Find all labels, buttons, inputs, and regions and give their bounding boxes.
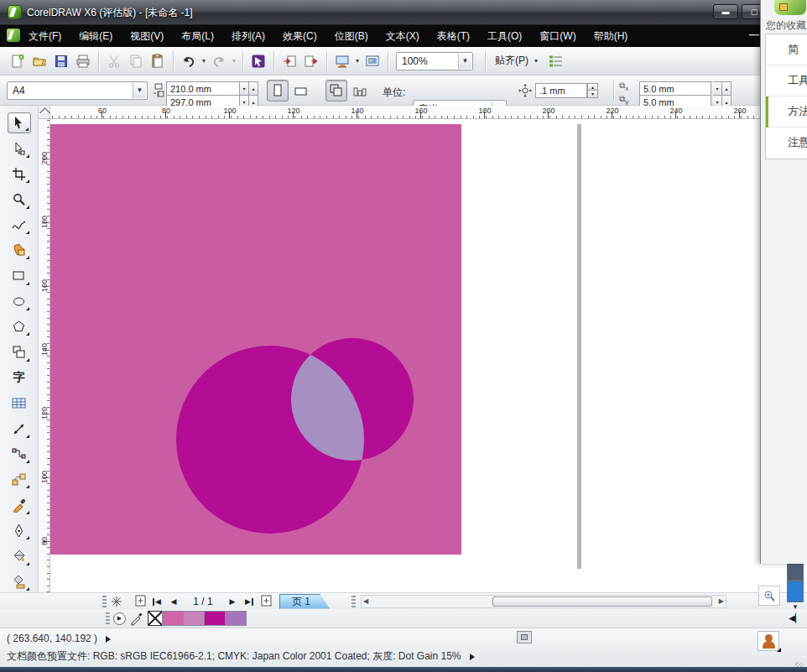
- splitter-handle[interactable]: [351, 596, 356, 607]
- blend-tool[interactable]: [8, 469, 31, 490]
- launcher-dropdown-icon[interactable]: ▾: [353, 57, 362, 65]
- paste-button[interactable]: [147, 50, 169, 72]
- import-button[interactable]: [279, 50, 300, 72]
- smart-fill-tool[interactable]: [8, 240, 31, 261]
- rectangle-tool[interactable]: [8, 265, 31, 286]
- horizontal-ruler[interactable]: 60 80 100 120 140 160 180 200 220 240 26…: [39, 106, 762, 119]
- parallel-dimension-tool[interactable]: [8, 418, 31, 439]
- palette-swatch[interactable]: [204, 611, 226, 626]
- list-item[interactable]: 注意: [766, 128, 807, 159]
- drawing-canvas[interactable]: [50, 119, 762, 592]
- minimize-button[interactable]: ▬: [713, 4, 738, 19]
- display-proof-icon[interactable]: [517, 631, 532, 643]
- undo-dropdown-icon[interactable]: ▾: [200, 57, 208, 65]
- palette-swatch[interactable]: [183, 611, 205, 626]
- color-eyedropper-tool[interactable]: [8, 494, 31, 515]
- export-button[interactable]: [300, 50, 322, 72]
- add-page-after-button[interactable]: [258, 595, 274, 608]
- eyedropper-icon[interactable]: [129, 611, 144, 626]
- color-swatch[interactable]: [787, 581, 804, 602]
- nudge-spinner[interactable]: ▴ ▾: [587, 83, 598, 98]
- menu-text[interactable]: 文本(X): [386, 29, 419, 44]
- nudge-field[interactable]: .1 mm: [535, 83, 587, 98]
- application-launcher-button[interactable]: [331, 50, 353, 72]
- search-content-button[interactable]: [247, 50, 269, 72]
- options-button[interactable]: [545, 50, 567, 72]
- menu-table[interactable]: 表格(T): [437, 29, 470, 44]
- list-item[interactable]: 工具: [766, 65, 807, 96]
- landscape-button[interactable]: [290, 80, 312, 102]
- page-tab[interactable]: 页 1: [279, 594, 330, 609]
- snap-dropdown-icon[interactable]: ▾: [532, 57, 540, 65]
- menu-bitmaps[interactable]: 位图(B): [335, 29, 368, 44]
- palette-expand-icon[interactable]: ◀▏: [785, 612, 805, 624]
- page-size-value: A4: [13, 85, 25, 96]
- quick-customize-icon[interactable]: [110, 595, 123, 608]
- app-icon: [8, 5, 22, 19]
- table-tool[interactable]: [8, 393, 31, 414]
- interactive-fill-tool[interactable]: [8, 571, 31, 592]
- horizontal-scrollbar[interactable]: ◀ ▶: [361, 595, 726, 608]
- flyout-arrow-icon[interactable]: [106, 636, 111, 643]
- snap-to-button[interactable]: 贴齐(P): [495, 54, 528, 68]
- palette-swatch[interactable]: [162, 611, 184, 626]
- document-minimize-icon[interactable]: —: [749, 29, 759, 40]
- palette-swatch[interactable]: [225, 611, 247, 626]
- menu-window[interactable]: 窗口(W): [539, 29, 575, 44]
- vertical-ruler[interactable]: 200 180 160 140 120 100 80: [39, 119, 50, 592]
- drawing: [50, 119, 762, 592]
- ellipse-tool[interactable]: [8, 291, 31, 312]
- welcome-screen-button[interactable]: [362, 50, 383, 72]
- scroll-right-icon[interactable]: ▶: [719, 597, 724, 605]
- print-button[interactable]: [72, 50, 94, 72]
- flyout-arrow-icon[interactable]: [470, 654, 475, 660]
- freehand-tool[interactable]: [8, 215, 31, 236]
- list-item[interactable]: 简: [766, 34, 807, 65]
- open-button[interactable]: [29, 50, 50, 72]
- menu-help[interactable]: 帮助(H): [594, 29, 628, 44]
- pick-tool[interactable]: [8, 112, 31, 133]
- basic-shapes-tool[interactable]: [8, 341, 31, 362]
- page-size-combo[interactable]: A4 ▼: [7, 81, 148, 100]
- zoom-level-combo[interactable]: 100% ▼: [396, 52, 473, 70]
- list-item[interactable]: 方法: [766, 96, 807, 128]
- first-page-button[interactable]: ◀: [148, 597, 165, 606]
- ruler-origin-icon[interactable]: [39, 106, 50, 119]
- menu-effects[interactable]: 效果(C): [283, 29, 317, 44]
- polygon-tool[interactable]: [8, 316, 31, 337]
- all-pages-button[interactable]: [325, 80, 347, 102]
- drag-handle[interactable]: [102, 596, 107, 607]
- menu-layout[interactable]: 布局(L): [181, 29, 214, 44]
- navigator-zoom-icon[interactable]: [758, 586, 780, 606]
- text-tool[interactable]: 字: [8, 367, 31, 388]
- fill-tool[interactable]: [8, 545, 31, 566]
- menu-edit[interactable]: 编辑(E): [79, 29, 112, 44]
- straight-line-connector-tool[interactable]: [8, 444, 31, 465]
- current-page-button[interactable]: [349, 80, 371, 102]
- shape-tool[interactable]: [8, 138, 31, 159]
- add-page-before-button[interactable]: [132, 595, 148, 608]
- save-button[interactable]: [50, 50, 72, 72]
- no-color-swatch[interactable]: [148, 611, 163, 626]
- crop-tool[interactable]: [8, 164, 31, 185]
- next-page-button[interactable]: ▶: [224, 597, 241, 606]
- menu-arrange[interactable]: 排列(A): [232, 29, 265, 44]
- menu-file[interactable]: 文件(F): [29, 29, 61, 44]
- palette-scroll-down-icon[interactable]: ▼: [785, 602, 805, 612]
- palette-flyout-button[interactable]: ▶: [113, 612, 126, 625]
- scrollbar-thumb[interactable]: [492, 596, 712, 607]
- undo-button[interactable]: [178, 50, 200, 72]
- portrait-button[interactable]: [267, 80, 289, 102]
- drag-handle[interactable]: [106, 612, 110, 624]
- last-page-button[interactable]: ▶: [241, 597, 258, 606]
- new-document-button[interactable]: [7, 50, 29, 72]
- zoom-tool[interactable]: [8, 189, 31, 210]
- menu-tools[interactable]: 工具(O): [487, 29, 522, 44]
- scroll-left-icon[interactable]: ◀: [363, 597, 368, 605]
- chevron-down-icon[interactable]: ▼: [458, 54, 471, 69]
- object-properties-icon[interactable]: [758, 631, 779, 651]
- outline-pen-tool[interactable]: [8, 520, 31, 541]
- previous-page-button[interactable]: ◀: [165, 597, 182, 606]
- chevron-down-icon[interactable]: ▼: [133, 83, 146, 98]
- menu-view[interactable]: 视图(V): [130, 29, 164, 44]
